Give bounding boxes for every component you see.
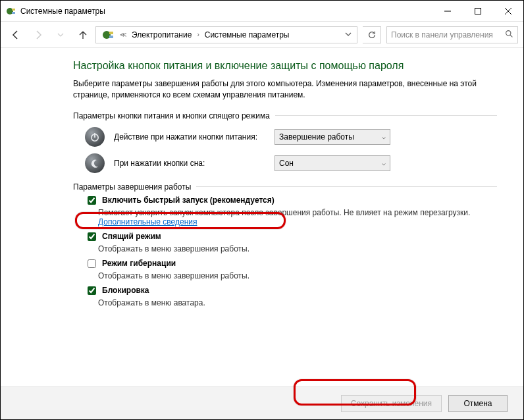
svg-rect-1 [12, 9, 15, 11]
lock-title: Блокировка [102, 286, 149, 295]
lock-desc: Отображать в меню аватара. [98, 298, 497, 307]
power-icon [85, 127, 105, 147]
app-icon [6, 6, 16, 16]
maximize-button[interactable] [463, 1, 493, 21]
titlebar: Системные параметры [1, 1, 523, 22]
nav-forward-button[interactable] [28, 25, 48, 45]
footer: Сохранить изменения Отмена [1, 386, 523, 419]
more-info-link[interactable]: Дополнительные сведения [98, 217, 197, 226]
sleep-mode-checkbox[interactable] [88, 232, 96, 241]
page-title: Настройка кнопок питания и включение защ… [73, 60, 497, 72]
nav-back-button[interactable] [6, 25, 26, 45]
power-button-label: Действие при нажатии кнопки питания: [114, 132, 265, 142]
sleep-mode-checkbox-row: Спящий режим [85, 232, 497, 243]
fast-startup-checkbox[interactable] [88, 196, 96, 205]
power-button-select[interactable]: Завершение работы ⌵ [275, 129, 390, 145]
fast-startup-desc: Помогает ускорить запуск компьютера посл… [98, 208, 497, 226]
sleep-button-row: При нажатии кнопки сна: Сон ⌵ [85, 153, 497, 173]
lock-checkbox-row: Блокировка [85, 286, 497, 297]
hibernate-title: Режим гибернации [102, 259, 176, 268]
refresh-button[interactable] [363, 26, 381, 43]
nav-recent-dropdown[interactable] [51, 25, 70, 45]
svg-rect-2 [12, 12, 15, 14]
breadcrumb-separator: ≪ [120, 31, 126, 38]
section-shutdown: Параметры завершения работы [73, 182, 497, 192]
sleep-button-label: При нажатии кнопки сна: [114, 159, 265, 168]
sleep-mode-title: Спящий режим [102, 232, 161, 241]
hibernate-checkbox[interactable] [88, 259, 96, 268]
breadcrumb-item[interactable]: Электропитание [129, 30, 194, 39]
svg-rect-4 [475, 8, 481, 14]
sleep-button-select[interactable]: Сон ⌵ [275, 155, 390, 171]
fast-startup-checkbox-row: Включить быстрый запуск (рекомендуется) [85, 196, 497, 207]
section-label-text: Параметры кнопки питания и кнопки спящег… [73, 111, 270, 120]
search-placeholder: Поиск в панели управления [391, 30, 505, 39]
hibernate-checkbox-row: Режим гибернации [85, 259, 497, 270]
close-button[interactable] [493, 1, 523, 21]
sleep-mode-desc: Отображать в меню завершения работы. [98, 244, 497, 253]
section-power-buttons: Параметры кнопки питания и кнопки спящег… [73, 111, 497, 120]
minimize-button[interactable] [432, 1, 463, 21]
fast-startup-title: Включить быстрый запуск (рекомендуется) [102, 196, 275, 205]
section-label-text: Параметры завершения работы [73, 182, 191, 192]
breadcrumb[interactable]: ≪ Электропитание › Системные параметры [95, 26, 357, 43]
search-input[interactable]: Поиск в панели управления [386, 26, 518, 43]
cancel-button[interactable]: Отмена [448, 395, 508, 412]
chevron-right-icon: › [197, 31, 199, 38]
navbar: ≪ Электропитание › Системные параметры П… [1, 22, 523, 48]
svg-line-11 [510, 35, 512, 37]
chevron-down-icon: ⌵ [382, 159, 386, 167]
save-button[interactable]: Сохранить изменения [341, 395, 442, 412]
lock-checkbox[interactable] [88, 286, 96, 295]
nav-up-button[interactable] [73, 25, 93, 45]
page-intro: Выберите параметры завершения работы для… [73, 78, 497, 101]
power-button-row: Действие при нажатии кнопки питания: Зав… [85, 127, 497, 147]
svg-rect-8 [109, 32, 113, 34]
content-area: Настройка кнопок питания и включение защ… [1, 48, 523, 386]
window: Системные параметры ≪ Эле [0, 0, 524, 420]
sleep-icon [85, 153, 105, 173]
breadcrumb-dropdown[interactable] [342, 30, 354, 39]
svg-rect-9 [109, 36, 113, 38]
chevron-down-icon: ⌵ [382, 133, 386, 140]
breadcrumb-item[interactable]: Системные параметры [202, 30, 292, 39]
search-icon [505, 30, 513, 40]
power-options-icon [101, 28, 115, 41]
svg-point-10 [506, 30, 511, 35]
window-title: Системные параметры [20, 7, 105, 16]
hibernate-desc: Отображать в меню завершения работы. [98, 271, 497, 280]
